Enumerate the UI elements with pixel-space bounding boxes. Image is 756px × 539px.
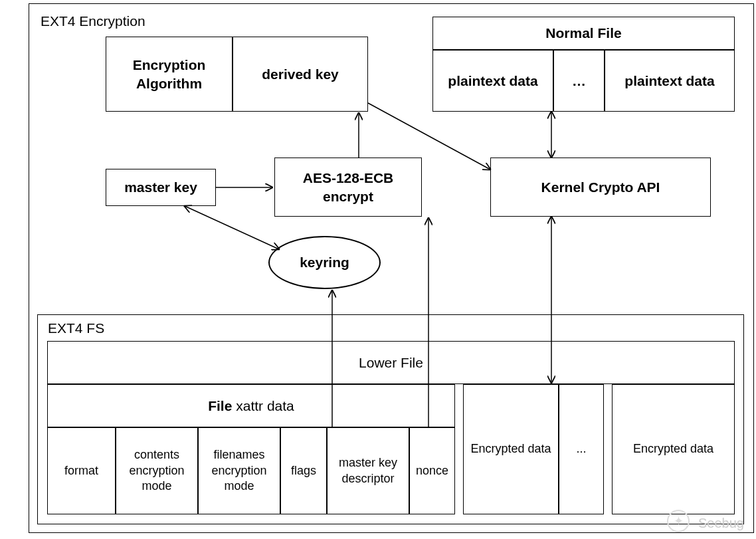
derived-key-box: derived key [233,37,368,112]
normal-file-cell-2: plaintext data [605,50,735,112]
watermark-text: Seebug [698,516,744,531]
encrypted-cell-2: Encrypted data [612,384,735,514]
master-key-box: master key [106,169,216,206]
encrypted-cell-0: Encrypted data [463,384,559,514]
normal-file-header: Normal File [432,17,735,50]
xattr-field-5: nonce [409,427,455,514]
normal-file-cell-1: … [553,50,605,112]
enc-alg-line1: Encryption [133,57,206,72]
file-bold: File [208,398,232,413]
xattr-field-0: format [47,427,116,514]
lower-file-header: Lower File [47,341,735,384]
xattr-field-3: flags [280,427,327,514]
xattr-field-1: contents encryption mode [116,427,198,514]
aes-box: AES-128-ECBencrypt [274,158,422,217]
normal-file-cell-0: plaintext data [432,50,553,112]
kernel-crypto-box: Kernel Crypto API [490,158,711,217]
keyring-ellipse: keyring [268,236,381,289]
file-xattr-header: File xattr data [47,384,455,427]
encryption-algorithm-box: EncryptionAlgorithm [106,37,233,112]
xattr-field-2: filenames encryption mode [198,427,280,514]
enc-alg-line2: Algorithm [136,76,202,91]
watermark-icon: ✦ [667,510,690,532]
title-ext4-encryption: EXT4 Encryption [41,13,145,29]
encrypted-cell-1: ... [559,384,604,514]
aes-line1: AES-128-ECB [303,170,394,185]
file-xattr-rest: xattr data [232,398,294,413]
aes-line2: encrypt [323,189,373,204]
xattr-field-4: master key descriptor [327,427,409,514]
title-ext4-fs: EXT4 FS [48,320,104,336]
